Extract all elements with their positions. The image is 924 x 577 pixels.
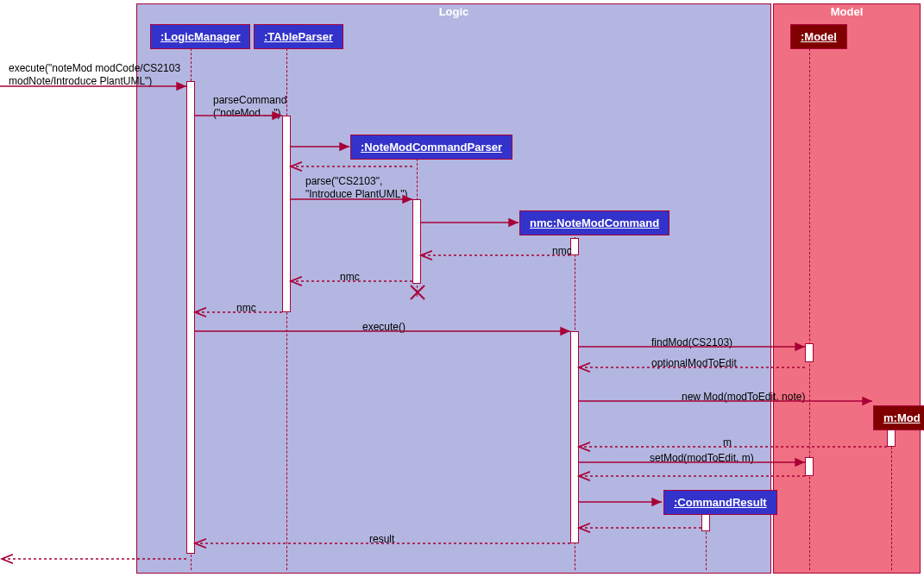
activation-model-2 [805,457,814,476]
model-region-frame [773,3,921,574]
activation-logicmanager [186,81,195,554]
participant-model: :Model [790,24,847,49]
participant-commandresult: :CommandResult [663,490,777,515]
activation-mod [887,430,896,447]
logic-region-frame [136,3,771,574]
activation-commandresult [701,514,710,531]
participant-tableparser: :TAbleParser [254,24,343,49]
activation-tableparser [282,116,291,312]
participant-logicmanager: :LogicManager [150,24,250,49]
lifeline-model [809,48,810,570]
activation-notemodcmd-2 [570,331,579,543]
activation-notemodparser [412,199,421,284]
participant-notemodcommand: nmc:NoteModCommand [519,210,669,235]
activation-notemodcmd-1 [570,238,579,255]
participant-mod: m:Mod [873,405,924,430]
participant-notemodparser: :NoteModCommandParser [350,135,512,160]
lifeline-mod [891,430,892,570]
activation-model-1 [805,343,814,362]
